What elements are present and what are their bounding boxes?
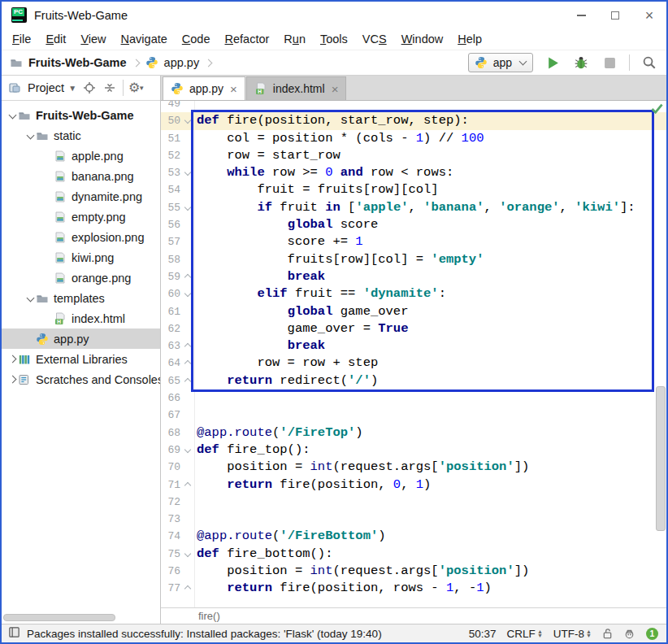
menu-refactor[interactable]: Refactor [218,30,277,48]
fold-marker-icon[interactable] [183,546,194,563]
chevron-right-icon[interactable] [7,376,18,382]
line-number[interactable]: 77 [161,580,183,597]
line-number[interactable]: 60 [161,285,183,302]
fold-marker-icon[interactable] [183,580,194,597]
tree-item-fruits-web-game[interactable]: Fruits-Web-Game [2,105,160,125]
collapse-all-button[interactable] [102,80,117,95]
tree-item-static[interactable]: static [2,125,160,146]
fold-marker-icon[interactable] [183,268,194,285]
inspection-ok-icon[interactable] [651,103,663,118]
fold-marker-icon[interactable] [183,337,194,355]
tree-item-banana-png[interactable]: banana.png [2,166,160,186]
line-number[interactable]: 53 [161,164,183,181]
search-everywhere-button[interactable] [640,54,658,72]
fold-marker-icon[interactable] [183,355,194,372]
tree-item-app-py[interactable]: app.py [2,329,160,349]
menu-edit[interactable]: Edit [38,30,73,48]
tab-index-html[interactable]: Hindex.html× [246,76,347,100]
minimize-button[interactable] [564,2,598,28]
inspection-profile-icon[interactable] [623,628,635,640]
menu-file[interactable]: File [5,30,38,48]
menu-help[interactable]: Help [450,30,489,48]
code-editor[interactable]: 4950def fire(position, start_row, step):… [161,101,666,607]
event-log-icon[interactable] [8,626,20,641]
line-number[interactable]: 58 [161,251,183,268]
tree-item-kiwi-png[interactable]: kiwi.png [2,247,160,268]
maximize-button[interactable] [598,2,632,28]
tree-item-explosion-png[interactable]: explosion.png [2,227,160,247]
menu-run[interactable]: Run [276,30,313,48]
line-number[interactable]: 63 [161,337,183,355]
run-configuration-select[interactable]: app [468,53,533,72]
tab-close-icon[interactable]: × [332,82,339,96]
chevron-right-icon[interactable] [7,356,18,362]
line-number[interactable]: 75 [161,546,183,563]
tree-item-orange-png[interactable]: orange.png [2,268,160,288]
menu-code[interactable]: Code [175,30,218,48]
breadcrumb-function[interactable]: fire() [198,610,220,622]
line-number[interactable]: 54 [161,181,183,198]
line-number[interactable]: 74 [161,528,183,545]
line-number[interactable]: 51 [161,130,183,147]
menu-navigate[interactable]: Navigate [114,30,175,48]
horizontal-scrollbar[interactable] [3,614,115,621]
caret-position-widget[interactable]: 50:37 [469,628,497,640]
line-number[interactable]: 52 [161,147,183,164]
line-number[interactable]: 59 [161,268,183,285]
settings-gear-button[interactable]: ⚙▼ [129,80,144,95]
line-number[interactable]: 65 [161,372,183,389]
chevron-down-icon[interactable] [24,295,36,301]
line-separator-widget[interactable]: CRLF ▲▼ [507,628,543,640]
line-number[interactable]: 56 [161,216,183,233]
menu-view[interactable]: View [73,30,113,48]
fold-marker-icon[interactable] [183,112,194,129]
tree-item-empty-png[interactable]: empty.png [2,207,160,227]
project-panel-title[interactable]: Project [28,81,64,94]
menu-vcs[interactable]: VCS [355,30,394,48]
line-number[interactable]: 67 [161,407,183,424]
line-number[interactable]: 68 [161,424,183,442]
line-number[interactable]: 50 [161,112,183,129]
vertical-scrollbar[interactable] [656,386,666,531]
line-number[interactable]: 70 [161,459,183,476]
line-number[interactable]: 69 [161,442,183,459]
tree-item-templates[interactable]: templates [2,288,160,308]
notification-badge[interactable]: 1 [646,628,658,640]
tree-item-scratches-and-consoles[interactable]: Scratches and Consoles [2,369,160,389]
menu-tools[interactable]: Tools [313,30,355,48]
chevron-down-icon[interactable] [7,112,18,118]
locate-file-button[interactable] [82,80,97,95]
tree-item-external-libraries[interactable]: External Libraries [2,349,160,369]
tree-item-dynamite-png[interactable]: dynamite.png [2,186,160,207]
chevron-down-icon[interactable] [24,133,36,138]
line-number[interactable]: 49 [161,101,183,112]
tree-item-index-html[interactable]: Hindex.html [2,308,160,329]
fold-marker-icon[interactable] [183,372,194,389]
fold-marker-icon[interactable] [183,476,194,494]
line-number[interactable]: 61 [161,303,183,320]
fold-marker-icon[interactable] [183,199,194,216]
encoding-widget[interactable]: UTF-8 ▲▼ [553,628,592,640]
breadcrumb-item[interactable]: app.py [145,56,200,69]
fold-marker-icon[interactable] [183,164,194,181]
tab-close-icon[interactable]: × [230,82,237,96]
line-number[interactable]: 76 [161,563,183,580]
run-button[interactable] [544,54,562,72]
line-number[interactable]: 55 [161,199,183,216]
line-number[interactable]: 73 [161,511,183,528]
fold-marker-icon[interactable] [183,285,194,302]
debug-button[interactable] [572,54,590,72]
breadcrumb-item[interactable]: Fruits-Web-Game [10,56,127,69]
stop-button[interactable] [601,54,618,72]
readonly-lock-icon[interactable] [602,628,613,639]
line-number[interactable]: 64 [161,355,183,372]
tab-app-py[interactable]: app.py× [163,76,245,100]
line-number[interactable]: 57 [161,233,183,250]
line-number[interactable]: 72 [161,494,183,511]
close-button[interactable]: × [632,2,666,28]
menu-window[interactable]: Window [394,30,451,48]
tree-item-apple-png[interactable]: apple.png [2,146,160,166]
fold-marker-icon[interactable] [183,442,194,459]
line-number[interactable]: 66 [161,389,183,407]
line-number[interactable]: 62 [161,320,183,337]
